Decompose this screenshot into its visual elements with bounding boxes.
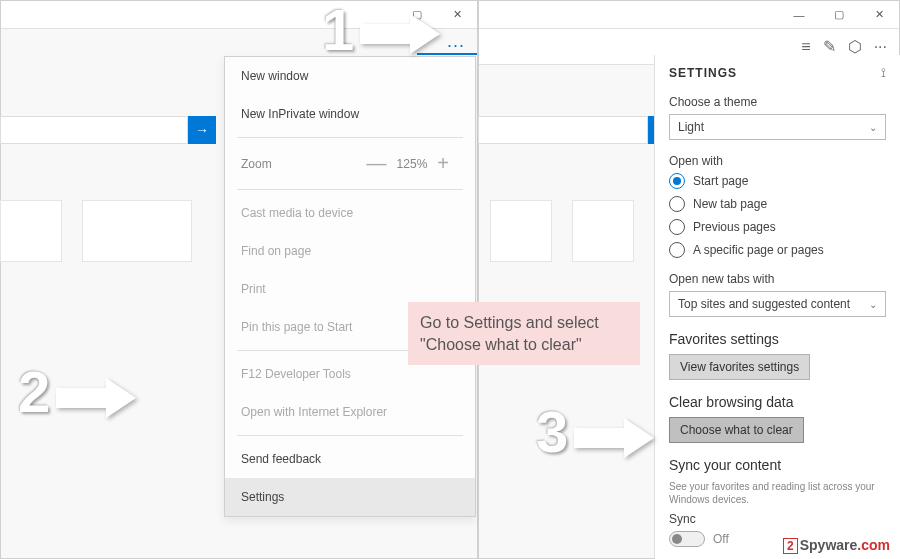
clear-data-heading: Clear browsing data	[669, 394, 886, 410]
search-bar-right[interactable]	[478, 116, 648, 144]
search-go-button-left[interactable]: →	[188, 116, 216, 144]
menu-zoom-row: Zoom — 125% +	[225, 142, 475, 185]
watermark: 2Spyware.com	[783, 537, 890, 553]
menu-cast-media[interactable]: Cast media to device	[225, 194, 475, 232]
radio-new-tab-page[interactable]: New tab page	[669, 196, 886, 212]
top-site-tile[interactable]	[572, 200, 634, 262]
radio-icon	[669, 196, 685, 212]
pin-icon[interactable]: ⟟	[881, 65, 886, 81]
menu-separator	[237, 189, 463, 190]
radio-icon	[669, 219, 685, 235]
menu-separator	[237, 137, 463, 138]
zoom-value: 125%	[397, 157, 428, 171]
minimize-button[interactable]: —	[779, 1, 819, 29]
clear-data-section: Clear browsing data Choose what to clear	[669, 394, 886, 443]
zoom-label: Zoom	[241, 157, 357, 171]
sync-heading: Sync your content	[669, 457, 886, 473]
top-site-tile[interactable]	[490, 200, 552, 262]
radio-label: Start page	[693, 174, 748, 188]
close-button[interactable]: ✕	[437, 1, 477, 29]
sync-toggle[interactable]	[669, 531, 705, 547]
step-3-number: 3	[536, 398, 568, 465]
chevron-down-icon: ⌄	[869, 122, 877, 133]
open-with-radio-group: Start page New tab page Previous pages A…	[669, 173, 886, 258]
open-with-section: Open with Start page New tab page Previo…	[669, 154, 886, 258]
radio-previous-pages[interactable]: Previous pages	[669, 219, 886, 235]
svg-marker-1	[56, 378, 136, 418]
step-1-number: 1	[322, 0, 354, 63]
step-3-arrow-icon	[574, 418, 654, 458]
menu-settings[interactable]: Settings	[225, 478, 475, 516]
radio-label: A specific page or pages	[693, 243, 824, 257]
theme-value: Light	[678, 120, 704, 134]
maximize-button[interactable]: ▢	[819, 1, 859, 29]
tiles-row-left	[0, 200, 192, 262]
radio-icon	[669, 173, 685, 189]
watermark-name: Spyware	[800, 537, 858, 553]
top-site-tile[interactable]	[0, 200, 62, 262]
step-1-arrow-icon	[360, 14, 440, 54]
sync-description: See your favorites and reading list acro…	[669, 480, 886, 506]
new-tabs-select[interactable]: Top sites and suggested content ⌄	[669, 291, 886, 317]
settings-header: SETTINGS ⟟	[669, 65, 886, 81]
svg-marker-0	[360, 14, 440, 54]
radio-start-page[interactable]: Start page	[669, 173, 886, 189]
choose-what-to-clear-button[interactable]: Choose what to clear	[669, 417, 804, 443]
menu-find-on-page[interactable]: Find on page	[225, 232, 475, 270]
radio-label: New tab page	[693, 197, 767, 211]
sync-label: Sync	[669, 512, 886, 526]
more-icon[interactable]: ···	[874, 38, 887, 56]
zoom-out-button[interactable]: —	[357, 152, 397, 175]
instruction-callout: Go to Settings and select "Choose what t…	[408, 302, 640, 365]
share-icon[interactable]: ⬡	[848, 37, 862, 56]
menu-open-ie[interactable]: Open with Internet Explorer	[225, 393, 475, 431]
favorites-section: Favorites settings View favorites settin…	[669, 331, 886, 380]
svg-marker-2	[574, 418, 654, 458]
settings-panel: SETTINGS ⟟ Choose a theme Light ⌄ Open w…	[654, 55, 900, 559]
sync-section: Sync your content See your favorites and…	[669, 457, 886, 547]
view-favorites-button[interactable]: View favorites settings	[669, 354, 810, 380]
sync-state: Off	[713, 532, 729, 546]
reading-view-icon[interactable]: ≡	[801, 38, 810, 56]
menu-new-inprivate[interactable]: New InPrivate window	[225, 95, 475, 133]
theme-section: Choose a theme Light ⌄	[669, 95, 886, 140]
new-tabs-label: Open new tabs with	[669, 272, 886, 286]
settings-title: SETTINGS	[669, 66, 737, 80]
close-button[interactable]: ✕	[859, 1, 899, 29]
titlebar-right: — ▢ ✕	[479, 1, 899, 29]
menu-send-feedback[interactable]: Send feedback	[225, 440, 475, 478]
open-with-label: Open with	[669, 154, 886, 168]
new-tabs-section: Open new tabs with Top sites and suggest…	[669, 272, 886, 317]
theme-label: Choose a theme	[669, 95, 886, 109]
edge-more-menu: New window New InPrivate window Zoom — 1…	[224, 56, 476, 517]
chevron-down-icon: ⌄	[869, 299, 877, 310]
tiles-row-right	[490, 200, 634, 262]
radio-icon	[669, 242, 685, 258]
watermark-tld: .com	[857, 537, 890, 553]
menu-separator	[237, 435, 463, 436]
zoom-in-button[interactable]: +	[427, 152, 459, 175]
step-2-arrow-icon	[56, 378, 136, 418]
top-site-tile[interactable]	[82, 200, 192, 262]
watermark-badge: 2	[783, 538, 798, 554]
radio-label: Previous pages	[693, 220, 776, 234]
edit-icon[interactable]: ✎	[823, 37, 836, 56]
theme-select[interactable]: Light ⌄	[669, 114, 886, 140]
new-tabs-value: Top sites and suggested content	[678, 297, 850, 311]
step-2-number: 2	[18, 358, 50, 425]
radio-specific-page[interactable]: A specific page or pages	[669, 242, 886, 258]
search-bar-left[interactable]	[0, 116, 188, 144]
favorites-heading: Favorites settings	[669, 331, 886, 347]
